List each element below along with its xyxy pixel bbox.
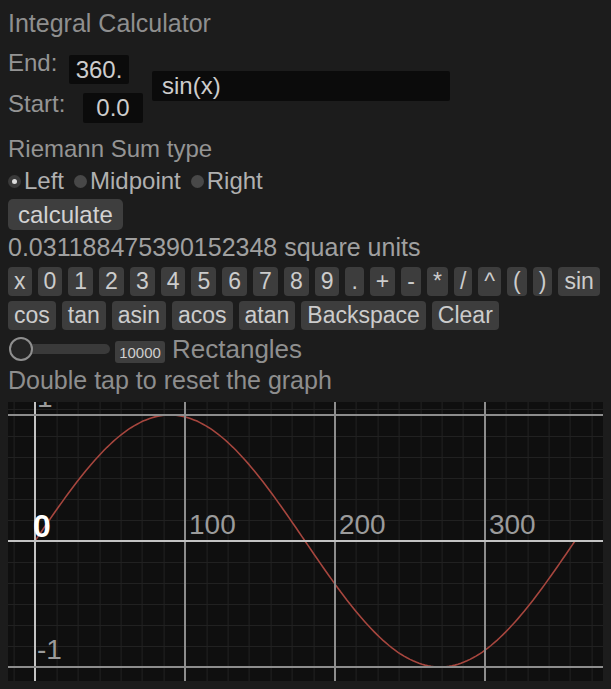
keypad-button-9[interactable]: 9	[315, 267, 340, 296]
keypad-button-([interactable]: (	[507, 267, 527, 296]
keypad-button-sin[interactable]: sin	[558, 267, 599, 296]
graph-hint: Double tap to reset the graph	[8, 366, 332, 395]
radio-icon[interactable]	[8, 175, 21, 188]
keypad-button-clear[interactable]: Clear	[432, 301, 499, 330]
start-label: Start:	[8, 91, 65, 117]
keypad-button-2[interactable]: 2	[99, 267, 124, 296]
x-tick-label-100: 100	[189, 511, 236, 539]
result-text: 0.031188475390152348 square units	[8, 233, 420, 262]
x-tick-label-0: 0	[33, 510, 51, 542]
graph[interactable]: 01002003001-1	[8, 402, 603, 681]
y-tick-label-1: 1	[37, 402, 53, 412]
rectangles-label: Rectangles	[172, 334, 302, 365]
calculate-button[interactable]: calculate	[8, 199, 123, 230]
keypad-button-+[interactable]: +	[370, 267, 395, 296]
keypad-button-7[interactable]: 7	[253, 267, 278, 296]
keypad-button-4[interactable]: 4	[161, 267, 186, 296]
riemann-radio-group: LeftMidpointRight	[8, 167, 263, 195]
keypad-button-*[interactable]: *	[427, 267, 448, 296]
end-input[interactable]: 360.	[69, 55, 129, 84]
radio-option-left[interactable]: Left	[8, 167, 64, 195]
keypad-button-3[interactable]: 3	[130, 267, 155, 296]
y-tick-label--1: -1	[37, 636, 62, 664]
keypad-row-2: costanasinacosatanBackspaceClear	[8, 301, 499, 330]
radio-icon[interactable]	[74, 175, 87, 188]
keypad-button-acos[interactable]: acos	[172, 301, 233, 330]
function-input[interactable]: sin(x)	[152, 71, 450, 101]
x-tick-label-200: 200	[339, 511, 386, 539]
rectangles-count-value: 10000	[115, 341, 165, 363]
gridline-y--1	[8, 666, 603, 668]
page-title: Integral Calculator	[8, 9, 211, 38]
radio-option-right[interactable]: Right	[191, 167, 263, 195]
radio-icon[interactable]	[191, 175, 204, 188]
keypad-button--[interactable]: -	[401, 267, 421, 296]
keypad-button-6[interactable]: 6	[222, 267, 247, 296]
keypad-button-/[interactable]: /	[454, 267, 472, 296]
keypad-button-tan[interactable]: tan	[62, 301, 106, 330]
keypad-button-x[interactable]: x	[8, 267, 32, 296]
radio-label: Midpoint	[90, 167, 181, 195]
keypad-button-8[interactable]: 8	[284, 267, 309, 296]
x-axis-line	[8, 540, 603, 542]
keypad-button-.[interactable]: .	[345, 267, 363, 296]
rectangles-slider-handle[interactable]	[9, 337, 33, 361]
keypad-button-cos[interactable]: cos	[8, 301, 56, 330]
x-tick-label-300: 300	[489, 511, 536, 539]
keypad-button-)[interactable]: )	[533, 267, 553, 296]
radio-label: Left	[24, 167, 64, 195]
keypad-button-0[interactable]: 0	[38, 267, 63, 296]
riemann-sum-type-label: Riemann Sum type	[8, 136, 212, 162]
keypad-button-^[interactable]: ^	[478, 267, 501, 296]
end-label: End:	[8, 50, 57, 76]
gridline-y-1	[8, 414, 603, 416]
keypad-button-5[interactable]: 5	[191, 267, 216, 296]
keypad-button-atan[interactable]: atan	[239, 301, 296, 330]
radio-label: Right	[207, 167, 263, 195]
keypad-button-1[interactable]: 1	[68, 267, 93, 296]
keypad-button-backspace[interactable]: Backspace	[301, 301, 426, 330]
radio-option-midpoint[interactable]: Midpoint	[74, 167, 181, 195]
start-input[interactable]: 0.0	[83, 93, 143, 123]
keypad-row-1: x0123456789.+-*/^()sin	[8, 267, 600, 296]
keypad-button-asin[interactable]: asin	[112, 301, 166, 330]
